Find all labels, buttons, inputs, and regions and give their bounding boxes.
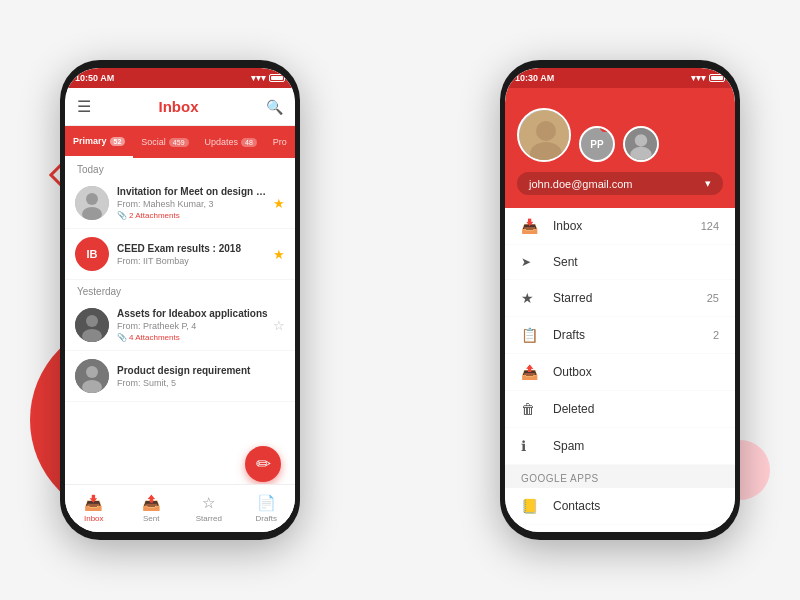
email-from-3: From: Pratheek P, 4 (117, 321, 269, 331)
deleted-drawer-icon: 🗑 (521, 401, 543, 417)
drawer-inbox-label: Inbox (553, 219, 701, 233)
tab-pro-label: Pro (273, 137, 287, 147)
drawer-avatar-photo[interactable] (623, 126, 659, 162)
email-item-2[interactable]: IB CEED Exam results : 2018 From: IIT Bo… (65, 229, 295, 280)
drawer-spam-label: Spam (553, 439, 719, 453)
drawer-status-time: 10:30 AM (515, 73, 554, 83)
drawer-item-spam[interactable]: ℹ Spam (505, 428, 735, 465)
nav-drafts-icon: 📄 (257, 494, 276, 512)
drawer-avatars: 12 PP 99+ (517, 108, 723, 162)
tab-pro[interactable]: Pro (265, 126, 295, 158)
nav-inbox[interactable]: 📥 Inbox (65, 485, 123, 532)
photo-avatar-img (625, 126, 657, 162)
inbox-drawer-icon: 📥 (521, 218, 543, 234)
inbox-screen-content: 10:50 AM ▾▾▾ ☰ Inbox 🔍 Primary 52 (65, 68, 295, 532)
email-account-bar[interactable]: john.doe@gmail.com ▾ (517, 172, 723, 195)
email-item-1[interactable]: Invitation for Meet on design thinking F… (65, 178, 295, 229)
outbox-drawer-icon: 📤 (521, 364, 543, 380)
tab-primary[interactable]: Primary 52 (65, 126, 133, 158)
email-content-1: Invitation for Meet on design thinking F… (117, 186, 269, 220)
compose-fab[interactable]: ✏ (245, 446, 281, 482)
email-subject-4: Product design requirement (117, 365, 285, 376)
drawer-avatar-pp[interactable]: PP 99+ (579, 126, 615, 162)
email-subject-2: CEED Exam results : 2018 (117, 243, 269, 254)
drawer-starred-label: Starred (553, 291, 707, 305)
nav-inbox-icon: 📥 (84, 494, 103, 512)
email-content-3: Assets for Ideabox applications From: Pr… (117, 308, 269, 342)
email-from-2: From: IIT Bombay (117, 256, 269, 266)
email-item-4[interactable]: Product design requirement From: Sumit, … (65, 351, 295, 402)
drawer-status-icons: ▾▾▾ (691, 73, 725, 83)
avatar-4 (75, 359, 109, 393)
drawer-item-drafts[interactable]: 📋 Drafts 2 (505, 317, 735, 354)
svg-point-10 (536, 121, 556, 141)
email-attach-1: 📎 2 Attachments (117, 211, 269, 220)
email-content-2: CEED Exam results : 2018 From: IIT Bomba… (117, 243, 269, 266)
sent-drawer-icon: ➤ (521, 255, 543, 269)
starred-drawer-icon: ★ (521, 290, 543, 306)
email-subject-3: Assets for Ideabox applications (117, 308, 269, 319)
avatar-person-icon (75, 186, 109, 220)
avatar-person-icon-3 (75, 308, 109, 342)
drawer-battery-icon (709, 74, 725, 82)
star-filled-2[interactable]: ★ (273, 247, 285, 262)
drawer-item-inbox[interactable]: 📥 Inbox 124 (505, 208, 735, 245)
nav-sent[interactable]: 📤 Sent (123, 485, 181, 532)
star-filled-1[interactable]: ★ (273, 196, 285, 211)
nav-starred[interactable]: ☆ Starred (180, 485, 238, 532)
tab-social[interactable]: Social 459 (133, 126, 196, 158)
spam-drawer-icon: ℹ (521, 438, 543, 454)
search-icon[interactable]: 🔍 (266, 99, 283, 115)
avatar-2: IB (75, 237, 109, 271)
google-apps-section: Google Apps (505, 465, 735, 488)
inbox-title: Inbox (159, 98, 199, 115)
drawer-item-outbox[interactable]: 📤 Outbox (505, 354, 735, 391)
drawer-menu: 📥 Inbox 124 ➤ Sent ★ Starred 25 📋 Drafts (505, 208, 735, 532)
tab-primary-label: Primary (73, 136, 107, 146)
tab-updates[interactable]: Updates 48 (197, 126, 265, 158)
drawer-item-deleted[interactable]: 🗑 Deleted (505, 391, 735, 428)
bottom-nav: 📥 Inbox 📤 Sent ☆ Starred 📄 Drafts (65, 484, 295, 532)
nav-inbox-label: Inbox (84, 514, 104, 523)
nav-starred-label: Starred (196, 514, 222, 523)
drawer-item-starred[interactable]: ★ Starred 25 (505, 280, 735, 317)
menu-icon[interactable]: ☰ (77, 97, 91, 116)
account-email: john.doe@gmail.com (529, 178, 633, 190)
attach-icon-1: 📎 (117, 211, 127, 220)
svg-point-7 (86, 366, 98, 378)
drawer-avatar-main[interactable]: 12 (517, 108, 571, 162)
svg-point-4 (86, 315, 98, 327)
drawer-inbox-count: 124 (701, 220, 719, 232)
pp-avatar-badge: 99+ (600, 126, 615, 132)
tab-primary-badge: 52 (110, 137, 126, 146)
drawer-header: 12 PP 99+ (505, 88, 735, 208)
avatar-person-icon-4 (75, 359, 109, 393)
battery-icon (269, 74, 285, 82)
nav-drafts[interactable]: 📄 Drafts (238, 485, 296, 532)
nav-sent-label: Sent (143, 514, 159, 523)
email-content-4: Product design requirement From: Sumit, … (117, 365, 285, 388)
phone-drawer-screen: 10:30 AM ▾▾▾ (505, 68, 735, 532)
pp-avatar-initials: PP (590, 139, 603, 150)
drafts-drawer-icon: 📋 (521, 327, 543, 343)
drawer-drafts-label: Drafts (553, 328, 713, 342)
drawer-item-sent[interactable]: ➤ Sent (505, 245, 735, 280)
phone-inbox-screen: 10:50 AM ▾▾▾ ☰ Inbox 🔍 Primary 52 (65, 68, 295, 532)
phone-drawer: 10:30 AM ▾▾▾ (500, 60, 740, 540)
phone-inbox: 10:50 AM ▾▾▾ ☰ Inbox 🔍 Primary 52 (60, 60, 300, 540)
status-bar-inbox: 10:50 AM ▾▾▾ (65, 68, 295, 88)
avatar-1 (75, 186, 109, 220)
email-item-3[interactable]: Assets for Ideabox applications From: Pr… (65, 300, 295, 351)
contacts-drawer-icon: 📒 (521, 498, 543, 514)
avatar-3 (75, 308, 109, 342)
email-list: Today Invitation for Meet on design thin… (65, 158, 295, 532)
drawer-outbox-label: Outbox (553, 365, 719, 379)
star-outline-3[interactable]: ☆ (273, 318, 285, 333)
status-time: 10:50 AM (75, 73, 114, 83)
drawer-item-contacts[interactable]: 📒 Contacts (505, 488, 735, 525)
tab-social-badge: 459 (169, 138, 189, 147)
drawer-starred-count: 25 (707, 292, 719, 304)
compose-icon: ✏ (256, 453, 271, 475)
section-yesterday: Yesterday (65, 280, 295, 300)
tabs-bar: Primary 52 Social 459 Updates 48 Pro (65, 126, 295, 158)
